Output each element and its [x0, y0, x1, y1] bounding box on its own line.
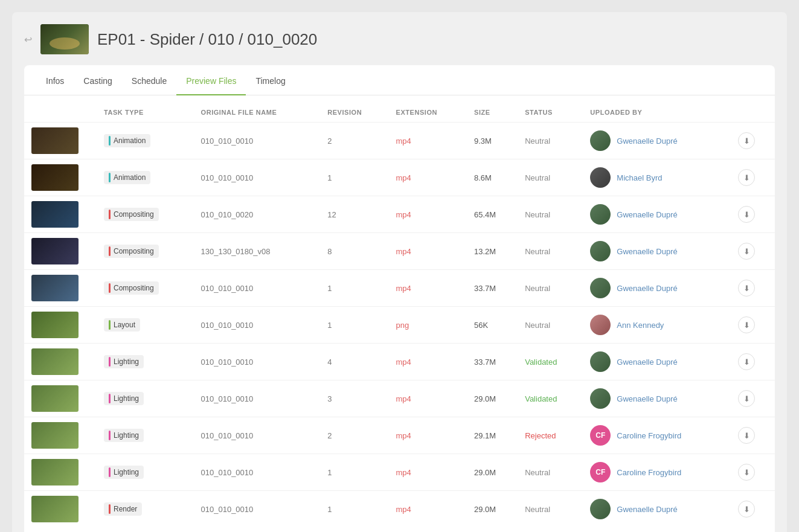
file-name-cell: 010_010_0010	[194, 491, 321, 528]
uploaded-cell-content: Gwenaelle Dupré	[590, 278, 724, 298]
uploader-name[interactable]: Gwenaelle Dupré	[617, 284, 677, 293]
file-thumbnail[interactable]	[31, 238, 79, 264]
download-button[interactable]: ⬇	[738, 353, 755, 370]
file-name-cell: 010_010_0010	[194, 270, 321, 307]
file-thumbnail[interactable]	[31, 201, 79, 228]
status-cell: Validated	[518, 380, 583, 417]
file-thumbnail[interactable]	[31, 275, 79, 301]
file-thumbnail[interactable]	[31, 312, 79, 338]
task-type-dot	[109, 357, 111, 367]
file-name-cell: 010_010_0010	[194, 307, 321, 344]
task-type-cell: Compositing	[97, 270, 194, 307]
revision-cell: 2	[320, 123, 388, 159]
uploader-name[interactable]: Caroline Frogybird	[617, 431, 681, 440]
download-button[interactable]: ⬇	[738, 316, 755, 333]
uploader-name[interactable]: Gwenaelle Dupré	[617, 210, 677, 219]
download-cell: ⬇	[731, 233, 775, 270]
task-type-label: Lighting	[114, 394, 139, 403]
task-type-label: Compositing	[114, 247, 154, 255]
uploaded-cell-content: Gwenaelle Dupré	[590, 388, 724, 409]
tab-bar: Infos Casting Schedule Preview Files Tim…	[24, 65, 775, 95]
avatar-image	[590, 167, 611, 188]
file-thumbnail[interactable]	[31, 422, 79, 449]
avatar-image	[590, 278, 611, 298]
task-type-badge: Layout	[104, 318, 140, 332]
download-button[interactable]: ⬇	[738, 390, 755, 407]
download-button[interactable]: ⬇	[738, 280, 755, 296]
download-button[interactable]: ⬇	[738, 243, 755, 260]
table-row: Compositing010_010_00101mp433.7MNeutralG…	[24, 270, 775, 307]
task-type-badge: Animation	[104, 134, 150, 147]
avatar-image	[590, 241, 611, 261]
table-row: Lighting010_010_00102mp429.1MRejectedCFC…	[24, 417, 775, 454]
download-button[interactable]: ⬇	[738, 501, 755, 518]
tab-preview-files[interactable]: Preview Files	[176, 65, 246, 95]
uploader-name[interactable]: Gwenaelle Dupré	[617, 394, 677, 403]
file-thumbnail[interactable]	[31, 459, 79, 486]
uploaded-cell-content: Gwenaelle Dupré	[590, 351, 724, 372]
download-cell: ⬇	[731, 159, 775, 196]
tab-timelog[interactable]: Timelog	[246, 65, 295, 95]
uploader-name[interactable]: Gwenaelle Dupré	[617, 505, 677, 514]
col-actions	[731, 105, 775, 123]
thumb-cell	[24, 491, 97, 528]
download-button[interactable]: ⬇	[738, 206, 755, 223]
tab-schedule[interactable]: Schedule	[122, 65, 176, 95]
task-type-cell: Lighting	[97, 344, 194, 380]
task-type-cell: Layout	[97, 307, 194, 344]
avatar-image	[590, 499, 611, 519]
back-icon[interactable]: ↩	[24, 34, 32, 45]
revision-cell: 1	[320, 491, 388, 528]
size-cell: 29.0M	[467, 454, 518, 491]
col-uploaded-by: UPLOADED BY	[583, 105, 731, 123]
extension-cell: png	[389, 307, 467, 344]
uploader-name[interactable]: Caroline Frogybird	[617, 468, 681, 477]
thumb-cell	[24, 123, 97, 159]
download-button[interactable]: ⬇	[738, 427, 755, 444]
revision-cell: 1	[320, 159, 388, 196]
thumb-cell	[24, 380, 97, 417]
uploader-cell: CFCaroline Frogybird	[583, 454, 731, 491]
task-type-label: Lighting	[114, 357, 139, 366]
download-button[interactable]: ⬇	[738, 464, 755, 481]
file-thumbnail[interactable]	[31, 348, 79, 375]
uploaded-cell-content: CFCaroline Frogybird	[590, 462, 724, 482]
uploader-name[interactable]: Ann Kennedy	[617, 321, 664, 330]
task-type-cell: Render	[97, 491, 194, 528]
avatar	[590, 278, 611, 298]
task-type-badge: Render	[104, 502, 142, 516]
size-cell: 13.2M	[467, 233, 518, 270]
file-thumbnail[interactable]	[31, 496, 79, 522]
file-thumbnail[interactable]	[31, 127, 79, 154]
file-thumbnail[interactable]	[31, 385, 79, 412]
status-cell: Neutral	[518, 307, 583, 344]
status-cell: Neutral	[518, 270, 583, 307]
download-button[interactable]: ⬇	[738, 132, 755, 149]
task-type-cell: Animation	[97, 159, 194, 196]
status-cell: Neutral	[518, 196, 583, 233]
avatar-image	[590, 351, 611, 372]
table-row: Animation010_010_00101mp48.6MNeutralMich…	[24, 159, 775, 196]
uploader-cell: Gwenaelle Dupré	[583, 491, 731, 528]
task-type-badge: Compositing	[104, 245, 159, 258]
extension-cell: mp4	[389, 344, 467, 380]
col-extension: EXTENSION	[389, 105, 467, 123]
download-button[interactable]: ⬇	[738, 169, 755, 186]
task-type-dot	[109, 136, 111, 146]
download-cell: ⬇	[731, 454, 775, 491]
main-thumbnail	[40, 24, 89, 54]
thumb-cell	[24, 196, 97, 233]
size-cell: 65.4M	[467, 196, 518, 233]
uploader-name[interactable]: Gwenaelle Dupré	[617, 247, 677, 256]
uploader-name[interactable]: Gwenaelle Dupré	[617, 136, 677, 146]
status-cell: Neutral	[518, 123, 583, 159]
tab-casting[interactable]: Casting	[74, 65, 121, 95]
col-status: STATUS	[518, 105, 583, 123]
col-revision: REVISION	[320, 105, 388, 123]
revision-cell: 4	[320, 344, 388, 380]
uploader-name[interactable]: Michael Byrd	[617, 173, 662, 182]
file-thumbnail[interactable]	[31, 164, 79, 191]
tab-infos[interactable]: Infos	[36, 65, 74, 95]
uploader-name[interactable]: Gwenaelle Dupré	[617, 357, 677, 367]
avatar-image	[590, 204, 611, 225]
